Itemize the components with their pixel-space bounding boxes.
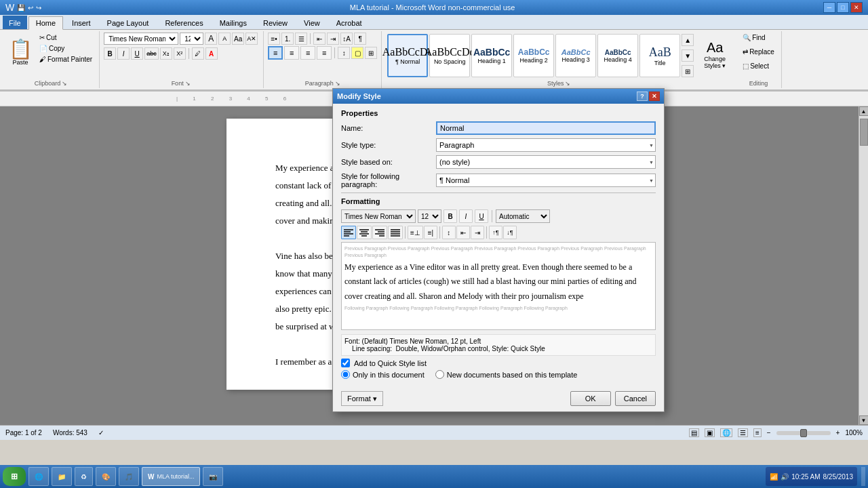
dialog-align-left-button[interactable] — [341, 226, 356, 239]
dialog-line-spacing-button[interactable]: ↕ — [442, 226, 456, 239]
numbering-button[interactable]: 1. — [281, 33, 294, 45]
scroll-up-button[interactable]: ▲ — [859, 106, 869, 116]
style-no-spacing[interactable]: AaBbCcDd No Spacing — [429, 34, 470, 77]
taskbar-browser[interactable]: 🌐 — [28, 467, 49, 486]
tab-home[interactable]: Home — [28, 16, 63, 30]
zoom-thumb[interactable] — [800, 429, 807, 437]
add-to-quick-style-checkbox[interactable] — [341, 359, 350, 367]
taskbar-recycle[interactable]: ♻ — [75, 467, 93, 486]
clipboard-expand-icon[interactable]: ↘ — [62, 80, 67, 87]
change-case-button[interactable]: Aa — [232, 33, 244, 45]
styles-expand-icon[interactable]: ↘ — [565, 80, 570, 87]
tab-references[interactable]: References — [157, 16, 210, 29]
vertical-scrollbar[interactable]: ▲ ▼ — [859, 106, 868, 425]
superscript-button[interactable]: X² — [174, 47, 186, 60]
show-desktop-button[interactable] — [861, 467, 865, 486]
show-formatting-button[interactable]: ¶ — [354, 33, 366, 45]
quick-access-redo[interactable]: ↪ — [36, 4, 41, 12]
name-input[interactable] — [436, 121, 656, 135]
new-docs-option[interactable]: New documents based on this template — [435, 370, 578, 379]
sort-button[interactable]: ↕A — [340, 33, 353, 45]
dialog-align-dist-button[interactable]: ≡⊥ — [408, 226, 423, 239]
dialog-align-right-button[interactable] — [372, 226, 387, 239]
dialog-justify-button[interactable] — [388, 226, 403, 239]
copy-button[interactable]: 📄 Copy — [37, 43, 95, 54]
bold-button[interactable]: B — [104, 47, 116, 60]
taskbar-explorer[interactable]: 📁 — [52, 467, 72, 486]
subscript-button[interactable]: X₂ — [160, 47, 172, 60]
dialog-color-select[interactable]: Automatic — [496, 209, 550, 223]
style-heading3[interactable]: AaBbCc Heading 3 — [555, 34, 596, 77]
view-print-layout[interactable]: ▤ — [689, 428, 699, 437]
dialog-italic-button[interactable]: I — [459, 209, 473, 223]
tab-insert[interactable]: Insert — [64, 16, 98, 29]
dialog-bold-button[interactable]: B — [443, 209, 457, 223]
gallery-more[interactable]: ⊞ — [682, 65, 694, 77]
view-outline[interactable]: ☰ — [738, 428, 748, 437]
tab-acrobat[interactable]: Acrobat — [329, 16, 370, 29]
gallery-scroll-up[interactable]: ▲ — [682, 34, 694, 46]
style-heading2[interactable]: AaBbCc Heading 2 — [513, 34, 554, 77]
dialog-help-button[interactable]: ? — [637, 92, 648, 101]
scroll-down-button[interactable]: ▼ — [859, 415, 869, 425]
only-this-doc-option[interactable]: Only in this document — [341, 370, 425, 379]
align-left-button[interactable]: ≡ — [268, 46, 283, 60]
dialog-underline-button[interactable]: U — [475, 209, 488, 223]
view-draft[interactable]: ≡ — [753, 428, 762, 437]
find-button[interactable]: 🔍 Find — [740, 33, 768, 43]
cancel-button[interactable]: Cancel — [615, 391, 656, 406]
tab-mailings[interactable]: Mailings — [212, 16, 254, 29]
style-title[interactable]: AaB Title — [639, 34, 680, 77]
style-following-select[interactable]: ¶ Normal — [436, 174, 656, 187]
zoom-out-button[interactable]: − — [767, 429, 771, 436]
font-family-select[interactable]: Times New Roman — [104, 33, 178, 45]
font-shrink-button[interactable]: A — [218, 33, 231, 45]
maximize-button[interactable]: □ — [837, 2, 849, 13]
zoom-slider[interactable] — [776, 431, 831, 435]
format-button[interactable]: Format ▾ — [341, 391, 383, 406]
tab-review[interactable]: Review — [256, 16, 295, 29]
underline-button[interactable]: U — [131, 47, 143, 60]
cut-button[interactable]: ✂ Cut — [37, 33, 95, 43]
minimize-button[interactable]: ─ — [823, 2, 835, 13]
increase-indent-button[interactable]: ⇥ — [327, 33, 339, 45]
bullets-button[interactable]: ≡• — [268, 33, 280, 45]
align-right-button[interactable]: ≡ — [300, 46, 315, 60]
only-this-doc-radio[interactable] — [341, 370, 350, 379]
justify-button[interactable]: ≡ — [317, 46, 332, 60]
tab-view[interactable]: View — [296, 16, 328, 29]
gallery-scroll-down[interactable]: ▼ — [682, 49, 694, 62]
dialog-align-thai-button[interactable]: ≡| — [424, 226, 437, 239]
dialog-font-select[interactable]: Times New Roman — [341, 209, 416, 223]
taskbar-capture[interactable]: 📷 — [203, 467, 223, 486]
font-expand-icon[interactable]: ↘ — [185, 80, 191, 87]
tab-file[interactable]: File — [3, 16, 27, 29]
line-spacing-button[interactable]: ↕ — [338, 47, 350, 59]
view-full-reading[interactable]: ▣ — [705, 428, 715, 437]
scroll-thumb[interactable] — [860, 119, 868, 146]
shading-button[interactable]: ▢ — [351, 47, 363, 59]
border-button[interactable]: ⊞ — [365, 47, 377, 59]
dialog-close-button[interactable]: ✕ — [649, 92, 660, 101]
paste-button[interactable]: 📋 Paste — [7, 33, 34, 73]
italic-button[interactable]: I — [117, 47, 130, 60]
proofing-icon[interactable]: ✓ — [98, 429, 104, 436]
multilevel-button[interactable]: ☰ — [295, 33, 307, 45]
ok-button[interactable]: OK — [570, 391, 611, 406]
text-color-button[interactable]: A — [205, 47, 218, 60]
font-size-select[interactable]: 12 — [180, 33, 203, 45]
dialog-indent-increase-button[interactable]: ⇥ — [471, 226, 484, 239]
style-heading1[interactable]: AaBbCc Heading 1 — [471, 34, 512, 77]
replace-button[interactable]: ⇄ Replace — [740, 47, 777, 57]
taskbar-word[interactable]: W MLA tutorial... — [142, 467, 200, 486]
style-type-select[interactable]: Paragraph — [436, 138, 656, 152]
font-grow-button[interactable]: A — [205, 33, 217, 45]
taskbar-paint[interactable]: 🎨 — [96, 467, 116, 486]
change-styles-button[interactable]: Aa ChangeStyles ▾ — [698, 33, 732, 76]
tab-page-layout[interactable]: Page Layout — [100, 16, 157, 29]
dialog-indent-decrease-button[interactable]: ⇤ — [456, 226, 470, 239]
style-based-select[interactable]: (no style) — [436, 155, 656, 169]
style-normal[interactable]: AaBbCcDd ¶ Normal — [387, 34, 428, 77]
format-painter-button[interactable]: 🖌 Format Painter — [37, 54, 95, 64]
quick-access-undo[interactable]: ↩ — [28, 4, 33, 12]
